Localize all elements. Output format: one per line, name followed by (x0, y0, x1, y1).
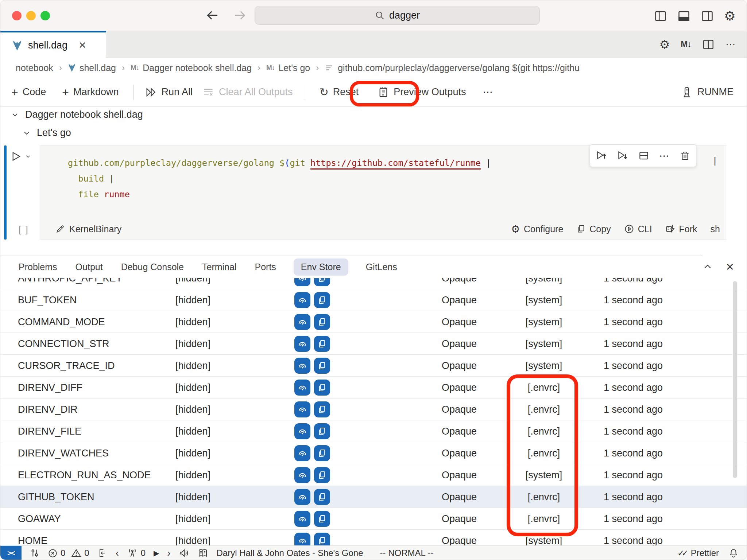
now-playing-text[interactable]: Daryl Hall & John Oates - She's Gone (216, 548, 363, 558)
toolbar-more-actions-icon[interactable]: ⋯ (483, 86, 494, 98)
next-chevron-icon[interactable]: › (167, 548, 170, 559)
toggle-primary-sidebar-icon[interactable] (654, 9, 667, 23)
panel-tab-ports[interactable]: Ports (254, 258, 276, 276)
zoom-window-button[interactable] (40, 11, 50, 20)
cell-language-label[interactable]: sh (711, 224, 720, 234)
breadcrumb-item[interactable]: shell.dag (68, 63, 116, 73)
book-icon[interactable] (197, 548, 208, 559)
notebook-title-row[interactable]: Dagger notebook shell.dag (11, 109, 143, 120)
editor-settings-gear-icon[interactable]: ⚙ (659, 38, 670, 51)
run-cell-button[interactable] (11, 151, 31, 162)
notifications-bell-icon[interactable] (728, 548, 739, 558)
env-row-anthropic_api_key[interactable]: ANTHROPIC_API_KEY[hidden]Opaque[system]1… (0, 278, 747, 289)
preview-outputs-button[interactable]: Preview Outputs (378, 86, 466, 98)
close-window-button[interactable] (12, 11, 22, 20)
reveal-value-button[interactable] (294, 533, 310, 546)
reveal-value-button[interactable] (294, 445, 310, 461)
split-cell-icon[interactable] (638, 150, 650, 162)
copy-value-button[interactable] (314, 489, 330, 505)
panel-tab-env-store[interactable]: Env Store (294, 258, 348, 276)
env-row-direnv_file[interactable]: DIRENV_FILE[hidden]Opaque[.envrc]1 secon… (0, 420, 747, 442)
tab-close-icon[interactable]: ✕ (78, 40, 86, 51)
copy-value-button[interactable] (314, 314, 330, 330)
settings-gear-icon[interactable]: ⚙ (724, 8, 736, 24)
back-button[interactable] (205, 8, 220, 23)
copy-value-button[interactable] (314, 423, 330, 439)
env-row-github_token[interactable]: GITHUB_TOKEN[hidden]Opaque[.envrc]1 seco… (0, 486, 747, 508)
breadcrumb-item[interactable]: M↓Dagger notebook shell.dag (131, 63, 252, 73)
execute-above-icon[interactable] (596, 150, 607, 162)
env-row-direnv_diff[interactable]: DIRENV_DIFF[hidden]Opaque[.envrc]1 secon… (0, 376, 747, 398)
env-row-connection_str[interactable]: CONNECTION_STR[hidden]Opaque[system]1 se… (0, 332, 747, 354)
reveal-value-button[interactable] (294, 292, 310, 308)
section-title-row[interactable]: Let's go (22, 127, 71, 139)
copy-value-button[interactable] (314, 278, 330, 286)
reveal-value-button[interactable] (294, 511, 310, 527)
close-panel-icon[interactable]: ✕ (726, 261, 734, 273)
code-link[interactable]: https://github.com/stateful/runme (310, 158, 481, 170)
clear-all-outputs-button[interactable]: Clear All Outputs (203, 86, 293, 98)
breadcrumb-item[interactable]: notebook (16, 63, 53, 73)
copy-value-button[interactable] (314, 336, 330, 352)
maximize-panel-icon[interactable] (703, 262, 713, 272)
reveal-value-button[interactable] (294, 314, 310, 330)
env-row-buf_token[interactable]: BUF_TOKEN[hidden]Opaque[system]1 second … (0, 289, 747, 311)
exit-session-icon[interactable] (97, 548, 108, 558)
copy-value-button[interactable] (314, 292, 330, 308)
panel-tab-terminal[interactable]: Terminal (201, 258, 237, 276)
reveal-value-button[interactable] (294, 467, 310, 483)
env-row-goaway[interactable]: GOAWAY[hidden]Opaque[.envrc]1 second ago (0, 508, 747, 529)
search-input[interactable]: dagger (255, 6, 540, 25)
env-row-direnv_watches[interactable]: DIRENV_WATCHES[hidden]Opaque[.envrc]1 se… (0, 442, 747, 464)
broadcast-status[interactable]: 0 (127, 548, 146, 559)
copy-value-button[interactable] (314, 511, 330, 527)
copy-cell-button[interactable]: Copy (576, 224, 611, 234)
cell-more-actions-icon[interactable]: ⋯ (659, 150, 670, 162)
reveal-value-button[interactable] (294, 278, 310, 286)
env-row-direnv_dir[interactable]: DIRENV_DIR[hidden]Opaque[.envrc]1 second… (0, 398, 747, 420)
prettier-status[interactable]: ✓✓ Prettier (677, 548, 719, 558)
env-row-home[interactable]: HOME[hidden]Opaque[system]1 second ago (0, 529, 747, 545)
panel-tab-gitlens[interactable]: GitLens (365, 258, 398, 276)
remote-indicator[interactable]: >< (0, 546, 22, 560)
fork-button[interactable]: Fork (665, 224, 697, 234)
kernel-picker[interactable]: KernelBinary (55, 224, 121, 234)
env-row-electron_run_as_node[interactable]: ELECTRON_RUN_AS_NODE[hidden]Opaque[syste… (0, 464, 747, 486)
markdown-preview-icon[interactable]: M↓ (681, 39, 691, 49)
toggle-panel-icon[interactable] (677, 9, 690, 23)
delete-cell-icon[interactable] (680, 150, 690, 161)
configure-button[interactable]: ⚙ Configure (511, 223, 564, 235)
breadcrumb-item[interactable]: github.com/purpleclay/daggerverse/golang… (325, 63, 580, 73)
env-row-cursor_trace_id[interactable]: CURSOR_TRACE_ID[hidden]Opaque[system]1 s… (0, 354, 747, 376)
panel-tab-output[interactable]: Output (75, 258, 104, 276)
previous-chevron-icon[interactable]: ‹ (116, 548, 119, 559)
copy-value-button[interactable] (314, 445, 330, 461)
run-all-button[interactable]: Run All (145, 86, 193, 98)
minimize-window-button[interactable] (26, 11, 36, 20)
runme-button[interactable]: RUNME (681, 86, 734, 98)
add-code-cell-button[interactable]: + Code (11, 86, 46, 98)
panel-scrollbar[interactable] (733, 281, 737, 478)
env-row-command_mode[interactable]: COMMAND_MODE[hidden]Opaque[system]1 seco… (0, 311, 747, 332)
cli-button[interactable]: CLI (624, 224, 652, 234)
execute-below-icon[interactable] (617, 150, 628, 162)
reset-button[interactable]: ↻ Reset (320, 86, 359, 98)
warnings-status[interactable]: 0 (71, 548, 89, 558)
vim-mode-indicator[interactable]: -- NORMAL -- (380, 548, 434, 558)
reveal-value-button[interactable] (294, 358, 310, 374)
errors-status[interactable]: 0 (48, 548, 65, 558)
reveal-value-button[interactable] (294, 380, 310, 396)
panel-tab-problems[interactable]: Problems (18, 258, 58, 276)
reveal-value-button[interactable] (294, 401, 310, 417)
copy-value-button[interactable] (314, 358, 330, 374)
reveal-value-button[interactable] (294, 489, 310, 505)
copy-value-button[interactable] (314, 380, 330, 396)
tune-icon[interactable] (30, 548, 40, 558)
add-markdown-cell-button[interactable]: + Markdown (62, 86, 119, 98)
toggle-secondary-sidebar-icon[interactable] (701, 9, 714, 23)
reveal-value-button[interactable] (294, 423, 310, 439)
speaker-icon[interactable] (178, 548, 189, 559)
reveal-value-button[interactable] (294, 336, 310, 352)
forward-button[interactable] (232, 8, 248, 23)
copy-value-button[interactable] (314, 533, 330, 546)
